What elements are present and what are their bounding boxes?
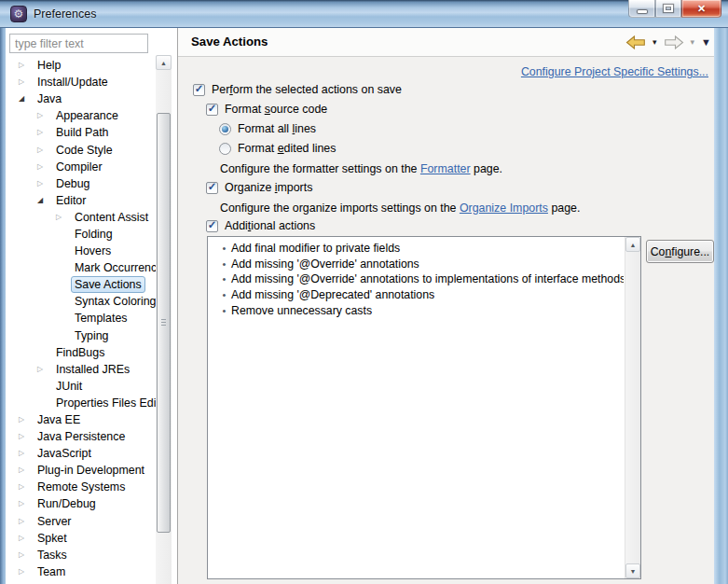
list-item[interactable]: •Add missing '@Deprecated' annotations — [209, 287, 624, 303]
tree-collapsed-icon[interactable]: ▷ — [37, 366, 52, 373]
tree-item-debug[interactable]: ▷Debug — [6, 175, 156, 192]
organize-imports-row: ✓ Organize imports — [206, 181, 312, 194]
tree-item-properties-files-editor[interactable]: Properties Files Editor — [6, 395, 156, 411]
additional-actions-label[interactable]: Additional actions — [225, 219, 315, 232]
tree-item-java-persistence[interactable]: ▷Java Persistence — [6, 428, 156, 445]
tree-item-junit[interactable]: JUnit — [6, 378, 156, 395]
tree-item-run-debug[interactable]: ▷Run/Debug — [6, 495, 156, 512]
close-icon: ✕ — [697, 4, 706, 14]
format-all-lines-label[interactable]: Format all lines — [238, 122, 316, 135]
tree-item-syntax-coloring[interactable]: Syntax Coloring — [6, 293, 156, 310]
tree-scrollbar-thumb[interactable] — [157, 113, 171, 533]
tree-collapsed-icon[interactable]: ▷ — [37, 112, 52, 119]
tree-collapsed-icon[interactable]: ▷ — [19, 551, 34, 559]
format-edited-lines-radio[interactable] — [219, 143, 231, 155]
perform-on-save-row: ✓ Perform the selected actions on save — [193, 83, 402, 96]
tree-collapsed-icon[interactable]: ▷ — [19, 483, 34, 491]
format-source-code-label[interactable]: Format source code — [225, 103, 327, 116]
organize-imports-link[interactable]: Organize Imports — [460, 202, 548, 215]
list-scroll-down-button[interactable]: ▼ — [625, 563, 640, 578]
tree-item-mark-occurrences[interactable]: Mark Occurrences — [6, 259, 156, 276]
tree-expanded-icon[interactable]: ◢ — [19, 95, 34, 103]
tree-item-content-assist[interactable]: ▷Content Assist — [6, 209, 156, 226]
tree-item-server[interactable]: ▷Server — [6, 513, 156, 530]
tree-collapsed-icon[interactable]: ▷ — [19, 568, 34, 576]
tree-item-install-update[interactable]: ▷Install/Update — [6, 74, 156, 90]
tree-item-javascript[interactable]: ▷JavaScript — [6, 445, 156, 462]
tree-item-templates[interactable]: Templates — [6, 310, 156, 327]
tree-item-label: Debug — [52, 175, 94, 192]
tree-scrollbar[interactable]: ▲ — [156, 55, 172, 584]
format-edited-lines-label[interactable]: Format edited lines — [238, 142, 336, 155]
tree-collapsed-icon[interactable]: ▷ — [19, 416, 34, 424]
list-item[interactable]: •Add final modifier to private fields — [209, 241, 624, 257]
tree-item-remote-systems[interactable]: ▷Remote Systems — [6, 479, 156, 495]
configure-button[interactable]: Configure... — [646, 240, 714, 263]
close-button[interactable]: ✕ — [681, 0, 721, 18]
page-title: Save Actions — [191, 28, 268, 56]
view-menu-icon[interactable]: ▼ — [701, 37, 711, 48]
tree-item-label: Hovers — [71, 243, 115, 259]
format-source-code-row: ✓ Format source code — [206, 103, 327, 116]
tree-collapsed-icon[interactable]: ▷ — [56, 214, 71, 221]
tree-item-save-actions[interactable]: Save Actions — [6, 276, 156, 293]
tree-item-hovers[interactable]: Hovers — [6, 243, 156, 259]
minimize-button[interactable] — [628, 0, 655, 18]
tree-collapsed-icon[interactable]: ▷ — [19, 500, 34, 508]
filter-input[interactable] — [9, 34, 148, 53]
tree-collapsed-icon[interactable]: ▷ — [19, 433, 34, 440]
tree-collapsed-icon[interactable]: ▷ — [37, 180, 52, 188]
tree-collapsed-icon[interactable]: ▷ — [37, 129, 52, 136]
tree-collapsed-icon[interactable]: ▷ — [37, 163, 52, 171]
configure-project-specific-settings-link[interactable]: Configure Project Specific Settings... — [521, 65, 708, 78]
back-arrow-icon[interactable] — [625, 35, 646, 49]
tree-collapsed-icon[interactable]: ▷ — [19, 466, 34, 474]
formatter-link[interactable]: Formatter — [420, 162, 471, 175]
tree-item-help[interactable]: ▷Help — [6, 57, 156, 74]
tree-item-installed-jres[interactable]: ▷Installed JREs — [6, 361, 156, 378]
format-all-lines-radio[interactable] — [219, 123, 231, 135]
tree-item-code-style[interactable]: ▷Code Style — [6, 141, 156, 158]
tree-item-appearance[interactable]: ▷Appearance — [6, 107, 156, 124]
tree-collapsed-icon[interactable]: ▷ — [19, 78, 34, 86]
forward-dropdown-icon[interactable]: ▾ — [691, 38, 695, 47]
list-item[interactable]: •Remove unnecessary casts — [209, 302, 624, 318]
tree-collapsed-icon[interactable]: ▷ — [37, 146, 52, 154]
tree-item-build-path[interactable]: ▷Build Path — [6, 124, 156, 141]
titlebar[interactable]: ⚙ Preferences ✕ — [0, 0, 728, 28]
tree-item-compiler[interactable]: ▷Compiler — [6, 159, 156, 175]
tree-collapsed-icon[interactable]: ▷ — [19, 535, 34, 542]
tree-item-findbugs[interactable]: FindBugs — [6, 344, 156, 361]
organize-imports-label[interactable]: Organize imports — [225, 181, 312, 194]
tree-item-terminal[interactable]: ▷Terminal — [6, 580, 156, 584]
forward-arrow-icon[interactable] — [664, 35, 684, 49]
check-icon: ✓ — [195, 84, 204, 95]
tree-item-team[interactable]: ▷Team — [6, 563, 156, 580]
perform-on-save-checkbox[interactable]: ✓ — [193, 84, 205, 96]
perform-on-save-label[interactable]: Perform the selected actions on save — [212, 83, 402, 96]
list-item[interactable]: •Add missing '@Override' annotations — [209, 257, 624, 272]
tree-item-java[interactable]: ◢Java — [6, 90, 156, 107]
tree-collapsed-icon[interactable]: ▷ — [19, 62, 34, 69]
list-scroll-up-button[interactable]: ▲ — [625, 237, 640, 252]
list-scrollbar[interactable]: ▲ ▼ — [625, 237, 640, 578]
back-dropdown-icon[interactable]: ▾ — [652, 38, 657, 47]
tree-item-typing[interactable]: Typing — [6, 327, 156, 344]
tree-item-folding[interactable]: Folding — [6, 226, 156, 243]
tree-item-tasks[interactable]: ▷Tasks — [6, 547, 156, 563]
list-item[interactable]: •Add missing '@Override' annotations to … — [209, 271, 624, 287]
tree-item-plug-in-development[interactable]: ▷Plug-in Development — [6, 462, 156, 479]
tree-collapsed-icon[interactable]: ▷ — [19, 450, 34, 457]
tree-scroll-up-button[interactable]: ▲ — [156, 55, 172, 70]
organize-imports-checkbox[interactable]: ✓ — [206, 182, 218, 194]
tree-item-editor[interactable]: ◢Editor — [6, 192, 156, 209]
tree-item-label: Help — [34, 57, 64, 74]
tree-item-java-ee[interactable]: ▷Java EE — [6, 411, 156, 428]
additional-actions-checkbox[interactable]: ✓ — [206, 220, 218, 232]
tree-expanded-icon[interactable]: ◢ — [37, 197, 52, 204]
tree-item-spket[interactable]: ▷Spket — [6, 530, 156, 547]
tree-collapsed-icon[interactable]: ▷ — [19, 518, 34, 525]
maximize-button[interactable] — [655, 0, 681, 18]
tree-item-label: Save Actions — [71, 276, 145, 293]
format-source-code-checkbox[interactable]: ✓ — [206, 104, 218, 116]
